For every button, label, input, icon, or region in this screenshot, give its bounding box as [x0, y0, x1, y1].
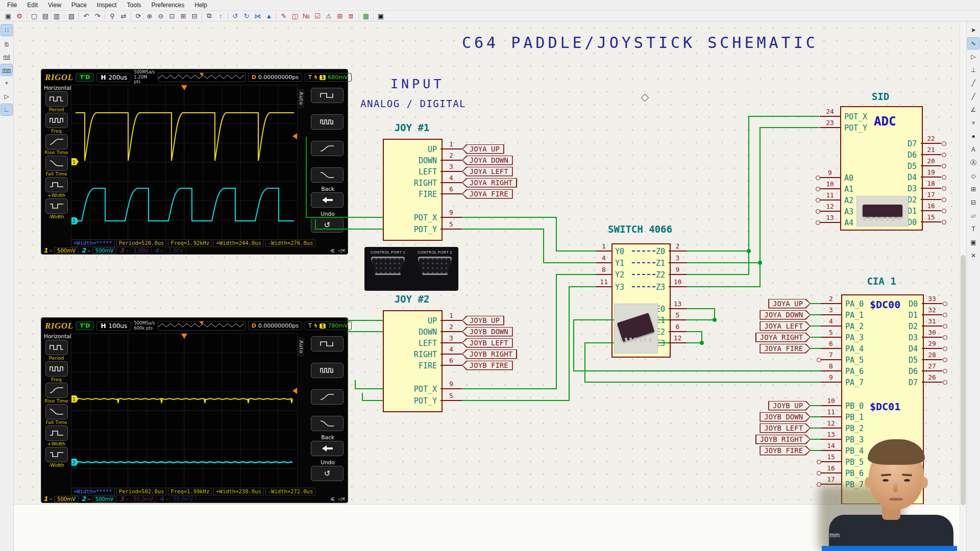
- zoom-selection-button[interactable]: ⊞: [178, 11, 189, 20]
- find-button[interactable]: ⚲: [107, 11, 118, 20]
- vertical-scrollbar[interactable]: [960, 21, 966, 551]
- scope-button-fall[interactable]: [45, 404, 68, 419]
- schematic-setup-button[interactable]: ⚙: [14, 11, 25, 20]
- zoom-out-button[interactable]: ⊖: [155, 11, 166, 20]
- scope-right-button-fallS[interactable]: [311, 167, 344, 183]
- hierarchical-label-joyb_right[interactable]: JOYB_RIGHT: [462, 349, 517, 359]
- vertical-scrollbar-thumb[interactable]: [961, 255, 966, 505]
- schematic-canvas[interactable]: C64 PADDLE/JOYSTICK SCHEMATIC INPUT ANAL…: [14, 21, 960, 551]
- scope-back-button[interactable]: [311, 192, 344, 208]
- menu-preferences[interactable]: Preferences: [146, 1, 190, 10]
- leave-sheet-button[interactable]: ↑: [215, 11, 226, 20]
- plot-button[interactable]: ▥: [51, 11, 62, 20]
- hierarchical-sheet-tool-button[interactable]: ⊞: [968, 184, 979, 195]
- scope-right-button-fallS[interactable]: [311, 416, 344, 431]
- scope-right-button-riseS[interactable]: [311, 141, 344, 156]
- bom-button[interactable]: ≣: [346, 11, 357, 20]
- undo-button[interactable]: ↶: [81, 11, 92, 20]
- scope-channel-3[interactable]: 3=1.00V: [119, 247, 151, 254]
- junction-tool-button[interactable]: ●: [968, 131, 979, 142]
- net-label-tool-button[interactable]: A: [968, 144, 979, 155]
- scope-button-period[interactable]: [45, 340, 68, 355]
- scope-channel-2[interactable]: 2=500mV: [82, 247, 117, 254]
- scope-button-pwidth[interactable]: [45, 425, 68, 441]
- hierarchical-label-joya_right[interactable]: JOYA_RIGHT: [755, 333, 811, 342]
- scope-undo-button[interactable]: ↺: [311, 217, 344, 233]
- scope-button-pwidth[interactable]: [45, 177, 68, 192]
- scope-button-nwidth[interactable]: [45, 447, 68, 462]
- scope-right-button-sq[interactable]: [311, 336, 344, 352]
- import-sheet-pin-tool-button[interactable]: ⊟: [968, 197, 979, 208]
- scope-auto-tab[interactable]: Auto: [298, 89, 304, 108]
- scope-channel-1[interactable]: 1=500mV: [43, 495, 79, 503]
- scope-channel-3[interactable]: 3=50.0mV: [119, 495, 156, 503]
- scope-right-button-sq[interactable]: [311, 88, 344, 103]
- hierarchical-label-joya_down[interactable]: JOYA_DOWN: [760, 310, 811, 320]
- hierarchical-label-joya_fire[interactable]: JOYA_FIRE: [760, 344, 811, 354]
- paste-button[interactable]: ▧: [66, 11, 77, 20]
- scope-channel-4[interactable]: 4=50.0mV: [159, 495, 196, 503]
- hierarchical-label-joya_left[interactable]: JOYA_LEFT: [760, 321, 811, 331]
- zoom-objects-button[interactable]: ⊟: [189, 11, 200, 20]
- no-connect-tool-button[interactable]: ×: [968, 117, 979, 129]
- mirror-horizontal-button[interactable]: ⋈: [252, 11, 263, 20]
- cursor-shape-button[interactable]: +: [1, 78, 12, 89]
- line-tool-button[interactable]: ╱: [968, 78, 979, 89]
- hierarchical-label-joya_right[interactable]: JOYA_RIGHT: [462, 178, 517, 188]
- hierarchical-label-joyb_fire[interactable]: JOYB_FIRE: [760, 446, 811, 456]
- hierarchical-label-joya_left[interactable]: JOYA_LEFT: [462, 167, 513, 177]
- scope-button-freq[interactable]: [45, 113, 68, 128]
- scope-button-fall[interactable]: [45, 156, 68, 171]
- menu-help[interactable]: Help: [189, 1, 212, 10]
- netlist-export-button[interactable]: ▦: [360, 11, 372, 20]
- save-button[interactable]: ▣: [3, 11, 14, 20]
- image-tool-button[interactable]: ▣: [968, 237, 979, 248]
- print-button[interactable]: ▤: [40, 11, 51, 20]
- ortho-drawing-button[interactable]: ∟: [1, 104, 12, 115]
- scope-button-rise[interactable]: [45, 134, 68, 149]
- hierarchical-label-joyb_up[interactable]: JOYB_UP: [462, 316, 504, 325]
- scope-undo-button[interactable]: ↺: [311, 466, 344, 481]
- highlight-net-tool-button[interactable]: ∿: [968, 38, 979, 49]
- hierarchical-label-joya_fire[interactable]: JOYA_FIRE: [462, 189, 513, 199]
- oscilloscope-screenshot-2[interactable]: RIGOLT'DH100us500MSa/s600k ptsD0.0000000…: [41, 317, 348, 503]
- simulation-probe-tool-button[interactable]: ▷: [968, 51, 979, 62]
- hidden-pins-button[interactable]: ▷: [1, 91, 12, 102]
- bus-entry-tool-button[interactable]: ∠: [968, 104, 979, 115]
- scope-button-rise[interactable]: [45, 383, 68, 398]
- rotate-ccw-button[interactable]: ↺: [230, 11, 241, 20]
- scope-button-period[interactable]: [45, 91, 68, 107]
- menu-tools[interactable]: Tools: [122, 1, 146, 10]
- scope-channel-2[interactable]: 2=500mV: [82, 495, 117, 503]
- hierarchical-label-joya_up[interactable]: JOYA_UP: [768, 299, 811, 309]
- global-label-tool-button[interactable]: Ⓐ: [968, 157, 979, 168]
- wire-tool-button[interactable]: ╱: [968, 91, 979, 102]
- scope-button-nwidth[interactable]: [45, 198, 68, 214]
- menu-view[interactable]: View: [43, 1, 66, 10]
- zoom-in-button[interactable]: ⊕: [144, 11, 155, 20]
- redo-button[interactable]: ↷: [92, 11, 103, 20]
- symbol-library-editor-button[interactable]: ◫: [289, 11, 301, 20]
- erc-warnings-button[interactable]: ⚠: [323, 11, 334, 20]
- control-ports-photo[interactable]: CONTROL PORT 1CONTROL PORT 2: [364, 247, 458, 291]
- hierarchical-label-joyb_left[interactable]: JOYB_LEFT: [462, 338, 513, 348]
- scope-right-button-riseS[interactable]: [311, 389, 344, 405]
- hierarchy-navigator-button[interactable]: ⧉: [204, 11, 215, 20]
- edit-symbol-fields-button[interactable]: ✎: [278, 11, 289, 20]
- hierarchical-label-joyb_up[interactable]: JOYB_UP: [768, 401, 811, 411]
- hierarchical-label-joya_up[interactable]: JOYA_UP: [462, 144, 504, 154]
- hierarchical-label-joyb_left[interactable]: JOYB_LEFT: [760, 423, 811, 433]
- hierarchical-label-joyb_fire[interactable]: JOYB_FIRE: [462, 361, 513, 370]
- screenshot-tool-button[interactable]: ▣: [375, 11, 386, 20]
- text-tool-button[interactable]: T: [968, 223, 979, 235]
- hierarchical-label-joyb_down[interactable]: JOYB_DOWN: [462, 327, 513, 337]
- polygon-tool-button[interactable]: ▱: [968, 210, 979, 221]
- hierarchical-label-tool-button[interactable]: ◇: [968, 170, 979, 182]
- zoom-fit-button[interactable]: ⊡: [166, 11, 178, 20]
- unit-mm-button[interactable]: mm: [1, 64, 12, 76]
- hierarchical-label-joyb_down[interactable]: JOYB_DOWN: [760, 412, 811, 422]
- assign-footprints-button[interactable]: ⊞: [334, 11, 346, 20]
- select-tool-button[interactable]: ➤: [968, 24, 979, 36]
- unit-inches-button[interactable]: in: [1, 38, 12, 49]
- mirror-vertical-button[interactable]: ▲: [263, 11, 275, 20]
